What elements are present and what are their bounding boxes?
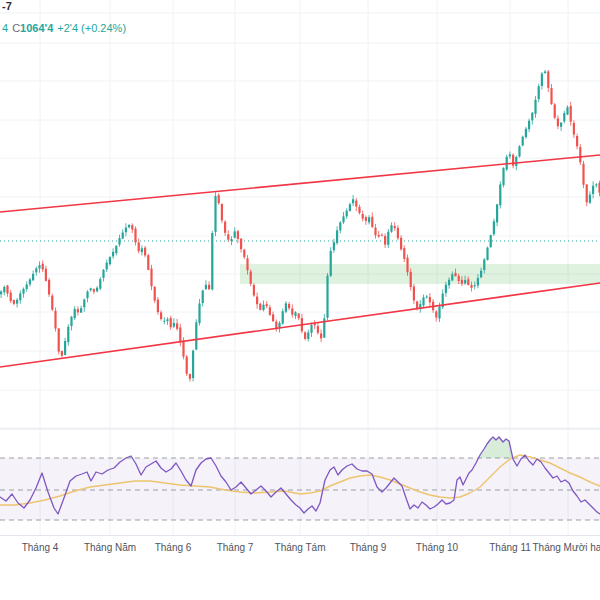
legend-line-1: -7 xyxy=(2,0,126,13)
ohlc-close-value: 1064'4 xyxy=(20,22,53,34)
x-axis-label: Tháng Mười hai xyxy=(532,542,600,553)
chart-canvas[interactable] xyxy=(0,0,600,600)
x-axis-label: Tháng Tám xyxy=(275,542,326,553)
x-axis-label: Tháng 6 xyxy=(155,542,192,553)
ohlc-close-label: C xyxy=(12,22,20,34)
ohlc-change: +2'4 (+0.24%) xyxy=(57,22,126,34)
x-axis-label: Tháng 7 xyxy=(217,542,254,553)
ohlc-low-fragment: 4 xyxy=(2,22,8,34)
x-axis-label: Tháng 9 xyxy=(350,542,387,553)
ohlc-readout: 4C1064'4+2'4 (+0.24%) xyxy=(2,22,126,35)
x-axis-label: Tháng 10 xyxy=(416,542,458,553)
x-axis-label: Tháng 4 xyxy=(22,542,59,553)
x-axis-label: Tháng Năm xyxy=(84,542,136,553)
time-axis[interactable]: Tháng 4Tháng NămTháng 6Tháng 7Tháng TámT… xyxy=(0,535,600,600)
x-axis-label: Tháng 11 xyxy=(489,542,531,553)
symbol-legend: -7 4C1064'4+2'4 (+0.24%) xyxy=(2,0,126,35)
trading-chart-window: -7 4C1064'4+2'4 (+0.24%) Tháng 4Tháng Nă… xyxy=(0,0,600,600)
